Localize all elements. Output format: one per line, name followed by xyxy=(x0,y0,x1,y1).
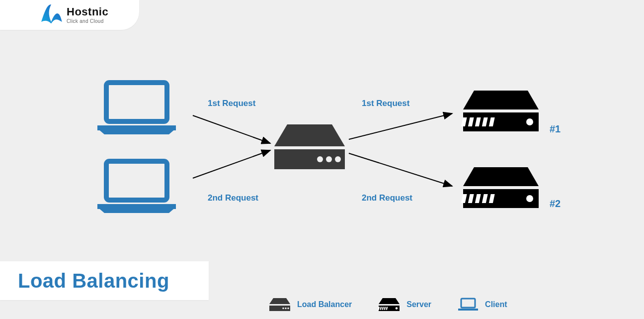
legend-item-client: Client xyxy=(457,297,507,312)
legend-item-server: Server xyxy=(378,297,431,312)
label-2nd-request-right: 2nd Request xyxy=(362,193,412,203)
svg-rect-39 xyxy=(461,299,475,308)
svg-line-24 xyxy=(193,115,270,143)
svg-rect-40 xyxy=(458,309,478,311)
client-laptop-icon xyxy=(457,297,479,312)
svg-line-26 xyxy=(349,113,452,139)
svg-point-29 xyxy=(282,308,284,309)
arrows-layer xyxy=(0,0,644,319)
svg-point-30 xyxy=(285,308,286,309)
label-1st-request-right: 1st Request xyxy=(362,99,409,108)
label-1st-request-left: 1st Request xyxy=(208,99,255,108)
load-balancer-icon xyxy=(268,297,291,312)
label-2nd-request-left: 2nd Request xyxy=(208,193,258,203)
svg-line-25 xyxy=(193,150,270,178)
svg-rect-28 xyxy=(269,306,290,311)
legend-label-client: Client xyxy=(485,300,507,309)
legend-label-server: Server xyxy=(406,300,431,309)
server-icon xyxy=(378,297,401,312)
legend: Load Balancer Server Client xyxy=(268,297,507,312)
svg-point-31 xyxy=(287,308,289,309)
svg-point-38 xyxy=(396,307,398,309)
svg-line-27 xyxy=(349,153,452,186)
legend-label-lb: Load Balancer xyxy=(297,300,352,309)
legend-item-load-balancer: Load Balancer xyxy=(268,297,352,312)
